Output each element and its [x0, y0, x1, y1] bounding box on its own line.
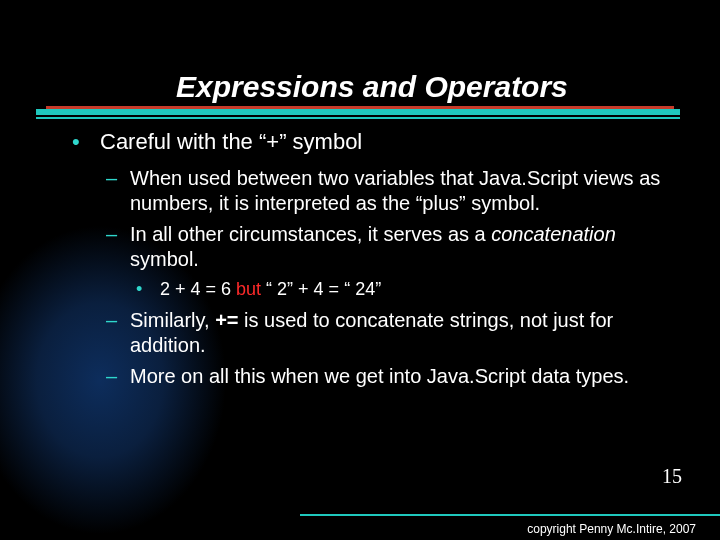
slide-body: Careful with the “+” symbol When used be…	[72, 128, 680, 395]
slide-title: Expressions and Operators	[176, 70, 568, 104]
example-but: but	[231, 279, 266, 299]
bullet-level2: Similarly, += is used to concatenate str…	[72, 308, 680, 358]
bullet-level1: Careful with the “+” symbol	[72, 128, 680, 156]
bullet-level2: More on all this when we get into Java.​…	[72, 364, 680, 389]
bullet-text: Careful with the “+” symbol	[100, 129, 362, 154]
bullet-text: When used between two variables that Jav…	[130, 167, 660, 214]
bullet-level2: When used between two variables that Jav…	[72, 166, 680, 216]
footer-rule	[300, 514, 720, 516]
bullet-level3: 2 + 4 = 6 but “ 2” + 4 = “ 24”	[72, 278, 680, 301]
bullet-text: In all other circumstances, it serves as…	[130, 223, 491, 245]
example-lhs: 2 + 4 = 6	[160, 279, 231, 299]
copyright-text: copyright Penny Mc.​Intire, 2007	[527, 522, 696, 536]
emphasis-bold: +=	[215, 309, 238, 331]
bullet-text: Similarly,	[130, 309, 215, 331]
example-rhs: “ 2” + 4 = “ 24”	[266, 279, 381, 299]
underline-teal-thick	[36, 109, 680, 115]
emphasis-italic: concatenation	[491, 223, 616, 245]
bullet-text: symbol.	[130, 248, 199, 270]
bullet-text: More on all this when we get into Java.​…	[130, 365, 629, 387]
page-number: 15	[662, 465, 682, 488]
underline-teal-thin	[36, 117, 680, 119]
bullet-level2: In all other circumstances, it serves as…	[72, 222, 680, 272]
